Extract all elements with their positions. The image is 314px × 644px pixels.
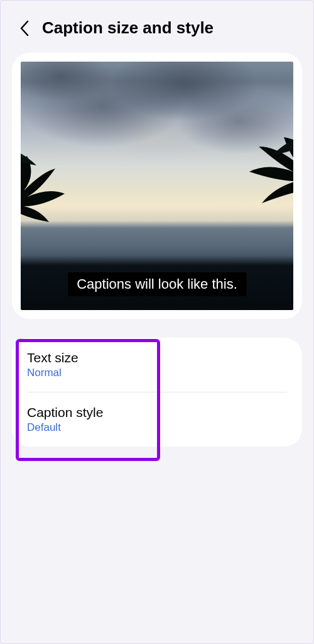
- setting-value: Default: [27, 421, 287, 434]
- settings-card: Text size Normal Caption style Default: [12, 338, 302, 447]
- caption-preview-text: Captions will look like this.: [68, 272, 246, 296]
- setting-label: Text size: [27, 350, 287, 365]
- caption-style-setting[interactable]: Caption style Default: [12, 392, 302, 447]
- preview-image: Captions will look like this.: [21, 62, 293, 310]
- back-button[interactable]: [16, 19, 33, 37]
- text-size-setting[interactable]: Text size Normal: [12, 338, 302, 392]
- caption-preview-card: Captions will look like this.: [12, 53, 302, 319]
- header: Caption size and style: [6, 6, 308, 53]
- page-title: Caption size and style: [42, 18, 214, 38]
- setting-label: Caption style: [27, 405, 287, 420]
- setting-value: Normal: [27, 367, 287, 379]
- palm-tree-decoration: [21, 147, 80, 266]
- palm-tree-decoration: [224, 131, 293, 275]
- chevron-left-icon: [19, 19, 30, 37]
